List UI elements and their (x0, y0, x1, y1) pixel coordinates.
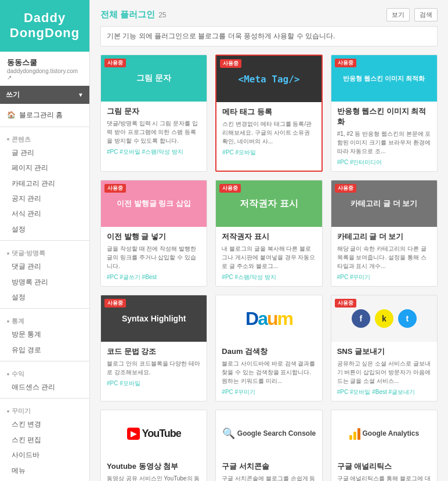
search-button[interactable]: 검색 (414, 8, 438, 21)
nav-section-design: 꾸미기 (0, 402, 89, 417)
plugin-card-metatag[interactable]: 사용중 <Meta Tag/> 메타 태그 등록 스킨 변경없이 메타 태그를 … (215, 55, 322, 172)
plugin-desc: 구글 서치콘솔에 블로그를 손쉽게 등록하고 사이트맵을 자동으로 제출할 수 … (222, 474, 316, 481)
plugin-tags: #PC #스팸/악성 방지 (222, 273, 316, 281)
plugin-card-analytics[interactable]: Google Analytics 구글 애널리틱스 구글 애널리틱스를 통해 블… (331, 410, 438, 481)
section-dot (7, 138, 9, 140)
plugin-card-responsive[interactable]: 사용중 반응형 웹스킨 이미지 최적화 반응형 웹스킨 이미지 최적화 #1, … (331, 55, 438, 172)
nav-divider-1 (0, 126, 89, 127)
plugin-card-syntax[interactable]: 사용중 Syntax Highlight 코드 문법 강조 블로그 안의 코드블… (100, 295, 207, 402)
plugin-info-daum-search: Daum 검색창 블로그 사이드바에 바로 검색 결과를 찾을 수 있는 검색창… (216, 342, 321, 401)
plugin-thumb-metatag: 사용중 <Meta Tag/> (216, 56, 321, 102)
plugin-badge: 사용중 (220, 59, 241, 68)
kakao-icon: k (375, 309, 393, 328)
main-header: 전체 플러그인 25 보기 검색 (100, 8, 438, 21)
sidebar-item-adsense[interactable]: 애드센스 관리 (0, 379, 89, 395)
plugin-badge: 사용중 (219, 184, 241, 193)
plugin-name: 그림 문자 (107, 106, 201, 117)
sidebar-item-category-manage[interactable]: 카테고리 관리 (0, 176, 89, 191)
plugin-thumb-responsive: 사용중 반응형 웹스킨 이미지 최적화 (331, 55, 437, 102)
section-dot (7, 252, 9, 255)
plugin-info-gimun: 그림 문자 댓글/방명록 입력 시 그림 문자를 입력 받아 프로그램에 의한 … (101, 102, 207, 161)
plugin-card-search-console[interactable]: 🔍 Google Search Console 구글 서치콘솔 구글 서치콘솔에… (215, 410, 322, 481)
plugin-desc: 블로그 안의 코드블록을 다양한 테마로 강조해보세요. (107, 359, 201, 377)
plugin-info-analytics: 구글 애널리틱스 구글 애널리틱스를 통해 블로그에 대한 자세한 통계를 확인… (331, 457, 437, 481)
sidebar-item-page-manage[interactable]: 페이지 관리 (0, 160, 89, 175)
plugin-badge: 사용중 (335, 184, 356, 193)
plugin-info-metatag: 메타 태그 등록 스킨 변경없이 메타 태그를 등록/관리해보세요. 구글의 사… (216, 102, 321, 161)
plugin-thumb-sns: 사용중 f k t (331, 295, 437, 342)
plugin-info-youtube: Youtube 동영상 첨부 동영상 공유 서비스인 YouTube의 동영상을… (101, 457, 207, 481)
plugin-tags: #PC #모바일 #Best #글보내기 (337, 388, 431, 396)
sidebar-item-post-manage[interactable]: 글 관리 (0, 145, 89, 160)
sidebar-item-home[interactable]: 🏠 블로그관리 홈 (0, 107, 89, 123)
plugin-thumb-gimun: 사용중 그림 문자 (101, 55, 207, 102)
plugin-thumb-analytics: Google Analytics (331, 410, 437, 457)
plugin-badge: 사용중 (104, 299, 126, 308)
plugin-name: 메타 태그 등록 (222, 107, 315, 117)
sidebar-item-guestbook-manage[interactable]: 방명록 관리 (0, 274, 89, 290)
plugin-name: 이전 발행 글 넣기 (107, 232, 201, 242)
plugin-card-copyright[interactable]: 사용중 저작권자 표시 저작권자 표시 내 블로그의 글을 복사해 다른 블로그… (215, 180, 322, 287)
plugin-tags: #PC #글쓰기 #Best (107, 273, 201, 281)
plugin-info-sns: SNS 글보내기 공유하고 싶은 소셜 서비스로 글보내기 버튼이 삽입되어 방… (331, 342, 437, 401)
plugin-name: 구글 서치콘솔 (222, 461, 316, 472)
plugin-info-prev-post: 이전 발행 글 넣기 글을 작성할 때 전에 작성해 발행한 글의 링크를 주거… (101, 227, 207, 286)
sidebar-item-visit-stats[interactable]: 방문 통계 (0, 327, 89, 342)
plugin-desc: 구글 애널리틱스를 통해 블로그에 대한 자세한 통계를 확인할 수 있습니다. (337, 474, 431, 481)
plugin-badge: 사용중 (335, 299, 356, 308)
plugin-name: SNS 글보내기 (337, 346, 431, 357)
plugin-desc: 블로그 사이드바에 바로 검색 결과를 찾을 수 있는 검색창을 표시합니다. … (222, 359, 316, 385)
view-button[interactable]: 보기 (386, 8, 410, 21)
sidebar-item-template-manage[interactable]: 서식 관리 (0, 206, 89, 221)
plugin-badge: 사용중 (104, 184, 126, 193)
plugin-name: 구글 애널리틱스 (337, 461, 431, 472)
sidebar-item-comment-settings[interactable]: 설정 (0, 290, 89, 305)
write-button[interactable]: 쓰기 ▼ (0, 86, 89, 104)
plugin-tags: #PC #꾸미기 (222, 388, 316, 396)
gsc-icon: 🔍 (222, 427, 235, 440)
plugin-thumb-copyright: 사용중 저작권자 표시 (216, 180, 321, 227)
analytics-bar-icon (349, 427, 360, 440)
plugin-card-gimun[interactable]: 사용중 그림 문자 그림 문자 댓글/방명록 입력 시 그림 문자를 입력 받아… (100, 55, 207, 172)
facebook-icon: f (352, 309, 370, 328)
plugin-card-prev-post[interactable]: 사용중 이전 발행글 링크 삽입 이전 발행 글 넣기 글을 작성할 때 전에 … (100, 180, 207, 287)
sidebar-item-skin-change[interactable]: 스킨 변경 (0, 417, 89, 432)
nav-section-content: 콘텐츠 (0, 131, 89, 145)
plugin-card-daum-search[interactable]: Daum Daum 검색창 블로그 사이드바에 바로 검색 결과를 찾을 수 있… (215, 295, 322, 402)
plugin-desc: 글을 작성할 때 전에 작성해 발행한 글의 링크를 주거나 삽입할 수 있습니… (107, 244, 201, 270)
sidebar-item-notice-manage[interactable]: 공지 관리 (0, 191, 89, 206)
sidebar-logo: Daddy DongDong (0, 0, 89, 52)
section-dot (7, 373, 9, 375)
sidebar-nav: 🏠 블로그관리 홈 콘텐츠 글 관리 페이지 관리 카테고리 관리 공지 관리 … (0, 104, 89, 481)
plugin-badge: 사용중 (104, 59, 126, 67)
plugin-name: 카테고리 글 더 보기 (337, 232, 431, 242)
daum-logo: Daum (245, 308, 292, 330)
nav-divider-4 (0, 361, 89, 361)
page-title: 전체 플러그인 25 (100, 9, 167, 20)
plugin-card-category-more[interactable]: 사용중 카테고리 글 더 보기 카테고리 글 더 보기 해당 글이 속한 카테고… (331, 180, 438, 287)
nav-section-comments: 댓글·방명록 (0, 244, 89, 259)
main-content: 전체 플러그인 25 보기 검색 기본 기능 외에 플러그인으로 블로그를 더욱… (90, 0, 448, 481)
plugin-thumb-prev-post: 사용중 이전 발행글 링크 삽입 (101, 180, 207, 227)
plugin-info-search-console: 구글 서치콘솔 구글 서치콘솔에 블로그를 손쉽게 등록하고 사이트맵을 자동으… (216, 457, 321, 481)
blog-url: daddydongdong.tistory.com ↗ (7, 68, 82, 81)
sidebar-item-sidebar[interactable]: 사이드바 (0, 447, 89, 462)
section-dot (7, 320, 9, 323)
sidebar-item-content-settings[interactable]: 설정 (0, 222, 89, 237)
nav-divider-2 (0, 240, 89, 241)
blog-info: 동동스쿨 daddydongdong.tistory.com ↗ (0, 52, 89, 86)
plugin-thumb-daum-search: Daum (216, 295, 321, 342)
plugin-tags: #PC #인터미디어 (337, 158, 431, 167)
sidebar-item-skin-edit[interactable]: 스킨 편집 (0, 432, 89, 447)
plugin-name: Daum 검색창 (222, 346, 316, 357)
plugin-card-youtube[interactable]: ▶ YouTube Youtube 동영상 첨부 동영상 공유 서비스인 You… (100, 410, 207, 481)
sidebar-item-inflow-path[interactable]: 유입 경로 (0, 342, 89, 357)
sidebar-item-menu[interactable]: 메뉴 (0, 463, 89, 478)
plugin-desc: 공유하고 싶은 소셜 서비스로 글보내기 버튼이 삽입되어 방문자가 마음에 드… (337, 359, 431, 385)
sidebar-item-comment-manage[interactable]: 댓글 관리 (0, 259, 89, 274)
plugin-tags: #PC #모바일 (222, 149, 315, 157)
plugin-grid: 사용중 그림 문자 그림 문자 댓글/방명록 입력 시 그림 문자를 입력 받아… (100, 55, 438, 481)
plugin-card-sns[interactable]: 사용중 f k t SNS 글보내기 공유하고 싶은 소셜 서비스로 글보내기 … (331, 295, 438, 402)
main-controls: 보기 검색 (386, 8, 438, 21)
sidebar-item-mobile[interactable]: 모바일 (0, 478, 89, 481)
